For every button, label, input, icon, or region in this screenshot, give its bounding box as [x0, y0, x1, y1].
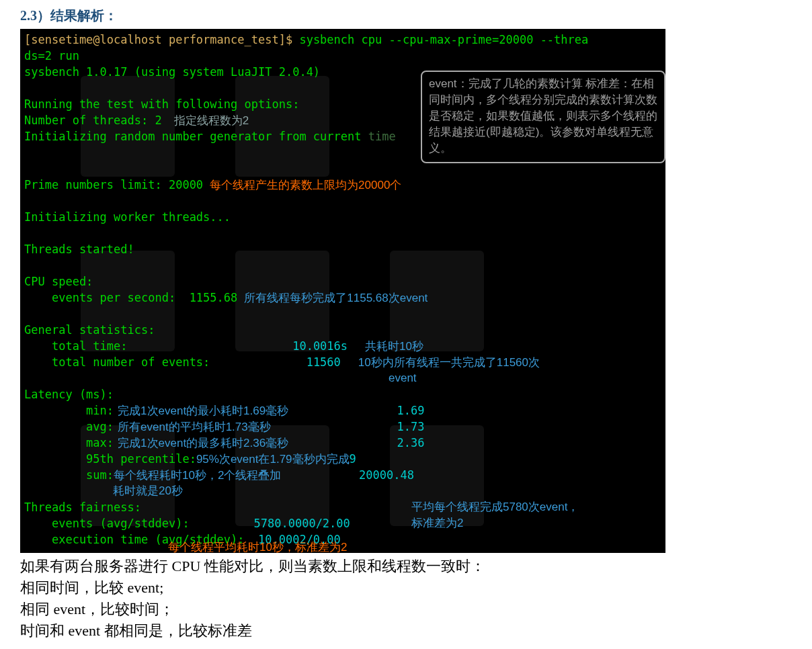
- annotation: 耗时就是20秒: [113, 483, 183, 499]
- events-per-second: events per second: 1155.68: [24, 291, 237, 304]
- prompt: [sensetime@localhost performance_test]$: [24, 33, 299, 46]
- annotation: 每个线程耗时10秒，2个线程叠加: [114, 469, 281, 482]
- annotation: 共耗时10秒: [365, 340, 423, 353]
- callout-box: event：完成了几轮的素数计算 标准差：在相同时间内，多个线程分别完成的素数计…: [421, 71, 665, 163]
- annotation: 每个线程平均耗时10秒，标准差为2: [168, 539, 347, 553]
- threads-fairness-header: Threads fairness:: [24, 499, 141, 515]
- init-rng-tail: time: [368, 130, 396, 143]
- total-events-value: 11560: [292, 355, 341, 369]
- annotation: 指定线程数为2: [174, 114, 249, 127]
- events-avg-stddev-value: 5780.0000/2.00: [254, 517, 350, 530]
- latency-header: Latency (ms):: [24, 386, 114, 402]
- latency-sum-value: 20000.48: [359, 467, 414, 483]
- annotation: 所有event的平均耗时1.73毫秒: [118, 421, 271, 433]
- terminal-output: [sensetime@localhost performance_test]$ …: [20, 29, 665, 553]
- command-text: ds=2 run: [24, 48, 79, 64]
- prime-limit: Prime numbers limit: 20000: [24, 178, 203, 191]
- latency-sum-label: sum:: [24, 468, 114, 482]
- bg-card: [235, 76, 329, 177]
- events-avg-stddev-label: events (avg/stddev):: [24, 517, 245, 530]
- sysbench-version: sysbench 1.0.17 (using system LuaJIT 2.0…: [24, 64, 320, 80]
- general-statistics-header: General statistics:: [24, 322, 155, 338]
- annotation: 标准差为2: [411, 515, 463, 531]
- annotation: 95%次event在1.79毫秒内完成: [196, 453, 350, 466]
- command-text: sysbench cpu --cpu-max-prime=20000 --thr…: [299, 33, 588, 46]
- threads-count: Number of threads: 2: [24, 114, 162, 127]
- annotation: 完成1次event的最小耗时1.69毫秒: [118, 404, 288, 417]
- explanation-text: 如果有两台服务器进行 CPU 性能对比，则当素数上限和线程数一致时： 相同时间，…: [20, 556, 805, 642]
- annotation: 每个线程产生的素数上限均为20000个: [210, 179, 401, 191]
- latency-pct-tail: 9: [350, 452, 356, 466]
- body-line: 时间和 event 都相同是，比较标准差: [20, 620, 805, 642]
- section-heading: 2.3）结果解析：: [20, 7, 805, 25]
- total-time-label: total time:: [24, 339, 292, 353]
- latency-min-value: 1.69: [383, 402, 424, 419]
- latency-pct-label: 95th percentile:: [24, 452, 196, 466]
- threads-started: Threads started!: [24, 241, 134, 257]
- body-line: 相同时间，比较 event;: [20, 577, 805, 599]
- annotation: 所有线程每秒完成了1155.68次event: [244, 292, 428, 304]
- annotation: 平均每个线程完成5780次event，: [411, 499, 579, 515]
- latency-avg-value: 1.73: [383, 419, 424, 435]
- running-options: Running the test with following options:: [24, 96, 299, 112]
- cpu-speed-header: CPU speed:: [24, 273, 93, 290]
- init-rng: Initializing random number generator fro…: [24, 130, 368, 143]
- annotation: 完成1次event的最多耗时2.36毫秒: [118, 437, 288, 449]
- latency-avg-label: avg:: [24, 420, 114, 433]
- annotation: event: [389, 370, 417, 386]
- body-line: 如果有两台服务器进行 CPU 性能对比，则当素数上限和线程数一致时：: [20, 556, 805, 577]
- total-time-value: 10.0016s: [292, 339, 348, 353]
- total-events-label: total number of events:: [24, 355, 292, 369]
- annotation: 10秒内所有线程一共完成了11560次: [358, 356, 540, 369]
- latency-min-label: min:: [24, 404, 114, 417]
- latency-max-value: 2.36: [383, 435, 424, 451]
- body-line: 相同 event，比较时间；: [20, 599, 805, 620]
- init-workers: Initializing worker threads...: [24, 209, 231, 225]
- latency-max-label: max:: [24, 436, 114, 449]
